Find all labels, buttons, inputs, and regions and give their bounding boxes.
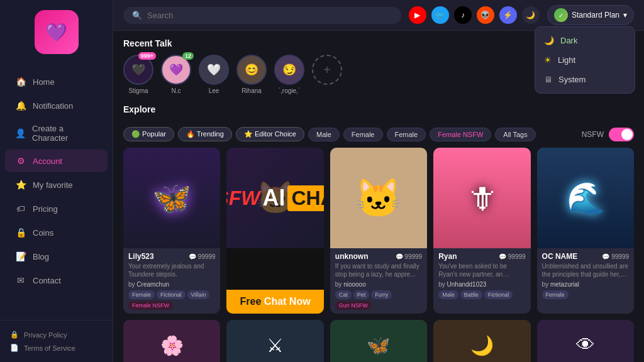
filter-all-tags[interactable]: All Tags [495,128,535,141]
sidebar-item-pricing[interactable]: 🏷 Pricing [5,197,108,220]
card-ryan[interactable]: 🗡 Ryan 💬 99999 You've been asked to be R… [433,148,530,314]
search-input[interactable] [147,11,392,20]
card-tags: Cat Pet Furry Gun NSFW [335,290,422,310]
card-count: 💬 99999 [396,253,423,260]
card-image-bottom: 🦋 [330,320,427,362]
card-lily523[interactable]: 🦋 Lily523 💬 99999 Your extremely jealous… [123,148,220,314]
chevron-down-icon: ▾ [623,11,627,19]
contact-icon: ✉ [15,275,26,286]
sidebar-item-label: Contact [33,276,61,285]
filter-editor[interactable]: ⭐ Editor Choice [236,127,304,141]
filter-trending[interactable]: 🔥 Trending [178,127,232,141]
avatar-name: Stigma [128,87,148,94]
avatar-name: Lee [209,87,219,94]
avatar-img: 😊 [236,55,267,85]
card-count: 💬 99999 [189,253,216,260]
avatar-nc[interactable]: 💜 12 N.c [161,55,191,94]
card-oc-name[interactable]: 🌊 OC NAME 💬 99999 Unblemished and unsull… [537,148,634,314]
moon-theme-icon: 🌙 [544,36,554,45]
search-icon: 🔍 [132,11,142,20]
card-info: OC NAME 💬 99999 Unblemished and unsullie… [537,248,634,303]
tiktok-icon[interactable]: ♪ [454,6,472,24]
sidebar-item-coins[interactable]: 🔒 Coins [5,221,108,244]
card-name: unknown [335,252,369,261]
fire-icon: 🔥 [186,130,197,138]
terms-link[interactable]: 📄 Terms of Service [10,341,103,354]
theme-light-option[interactable]: ☀ Light [535,50,635,70]
card-tags: Female [542,290,629,299]
add-avatar[interactable]: + [312,55,342,85]
avatar-rihana[interactable]: 😊 Rihana [236,55,267,94]
card-bottom-5[interactable]: 👁 [537,320,634,362]
female-nsfw-label: Female NSFW [438,131,483,138]
avatar-circle: 😏 [274,55,304,85]
card-bottom-3[interactable]: 🦋 [330,320,427,362]
filter-female-nsfw[interactable]: Female NSFW [430,128,491,141]
sidebar-item-contact[interactable]: ✉ Contact [5,269,108,292]
chat-now-label: Chat Now [261,296,310,307]
add-circle[interactable]: + [312,55,342,85]
moon-icon[interactable]: 🌙 [522,6,540,24]
sidebar-item-blog[interactable]: 📝 Blog [5,245,108,268]
filter-male[interactable]: Male [308,128,340,141]
youtube-icon[interactable]: ▶ [409,6,426,24]
card-image-bottom: 🌸 [123,320,220,362]
sidebar-item-account[interactable]: ⚙ Account [5,150,108,172]
app-logo[interactable]: 💜 [35,10,79,54]
reddit-icon[interactable]: 👽 [477,6,494,24]
avatar-rogie[interactable]: 😏 `,rogie,` [274,55,304,94]
free-chat-button[interactable]: Free Chat Now [226,290,323,314]
card-promo[interactable]: 🐱 NSFW AI CHAT Free Chat Now [226,148,323,314]
male-label: Male [316,131,331,138]
plan-button[interactable]: ✓ Standard Plan ▾ [547,5,634,25]
filter-female1[interactable]: Female [343,128,383,141]
avatar-name: `,rogie,` [279,87,300,94]
card-cat[interactable]: 🐱 unknown 💬 99999 If you want to study a… [330,148,427,314]
avatar-badge: 12 [182,52,194,60]
card-name: Ryan [438,252,457,261]
sidebar-item-create-character[interactable]: 👤 Create a Character [5,118,108,148]
twitter-icon[interactable]: 🐦 [431,6,449,24]
card-image-bottom: 👁 [537,320,634,362]
nsfw-toggle[interactable] [609,128,634,141]
card-name: Lily523 [128,252,154,261]
card-bottom-4[interactable]: 🌙 [433,320,530,362]
avatar-lee[interactable]: 🤍 Lee [199,55,229,94]
sidebar-item-label: My favorite [33,180,73,190]
card-bottom-1[interactable]: 🌸 [123,320,220,362]
card-tag-nsfw: Gun NSFW [335,301,372,310]
card-tag: Fictional [157,290,186,299]
plan-label: Standard Plan [572,11,619,19]
sidebar-item-label: Account [33,156,62,166]
card-count: 💬 99999 [499,253,526,260]
chat-overlay-text: CHAT [287,185,323,211]
search-bar[interactable]: 🔍 [123,7,401,24]
card-info: Lily523 💬 99999 Your extremely jealous a… [123,248,220,314]
theme-system-option[interactable]: 🖥 System [535,70,635,89]
card-desc: Unblemished and unsullied are the princi… [542,262,629,278]
card-bottom-2[interactable]: ⚔ [226,320,323,362]
sidebar-item-notification[interactable]: 🔔 Notification [5,94,108,117]
all-tags-label: All Tags [503,131,527,138]
filter-tags: 🟢 Popular 🔥 Trending ⭐ Editor Choice Mal… [123,127,536,141]
nsfw-label: NSFW [582,130,604,139]
sidebar-item-my-favorite[interactable]: ⭐ My favorite [5,173,108,196]
card-tag: Cat [335,290,352,299]
plan-avatar: ✓ [554,8,568,22]
lock-icon: 🔒 [10,331,19,339]
filter-popular[interactable]: 🟢 Popular [123,127,174,141]
card-image-bottom: ⚔ [226,320,323,362]
sidebar-item-home[interactable]: 🏠 Home [5,70,108,93]
privacy-link[interactable]: 🔒 Privacy Policy [10,328,103,341]
theme-dark-option[interactable]: 🌙 Dark [535,31,635,50]
avatar-stigma[interactable]: 🖤 999+ Stigma [123,55,153,94]
discord-icon[interactable]: ⚡ [499,6,517,24]
avatar-img: 🤍 [199,55,229,85]
card-image-bottom: 🌙 [433,320,530,362]
female2-label: Female [395,131,418,138]
card-image: 🐱 [330,148,427,248]
sidebar-item-label: Coins [33,228,53,238]
filter-female2[interactable]: Female [387,128,426,141]
cards-grid-row2: 🌸 ⚔ 🦋 🌙 👁 [123,320,634,362]
avatar-circle: 🤍 [199,55,229,85]
